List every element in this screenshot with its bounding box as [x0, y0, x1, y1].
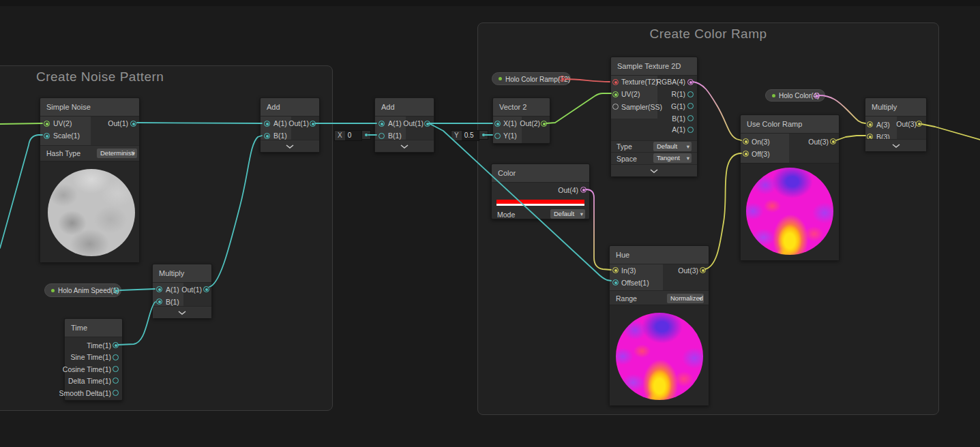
port-label: Cosine Time(1): [63, 365, 111, 373]
input-port-a[interactable]: [378, 121, 385, 127]
input-port-sampler[interactable]: [612, 104, 619, 110]
x-field-value[interactable]: 0: [345, 131, 361, 140]
node-title[interactable]: Vector 2: [493, 98, 550, 117]
type-dropdown[interactable]: Default ▾: [653, 142, 692, 151]
port-label: G(1): [671, 102, 685, 110]
dropdown-value: Default: [554, 210, 574, 217]
node-collapse-strip[interactable]: [375, 140, 434, 152]
port-label: UV(2): [53, 119, 72, 127]
node-collapse-strip[interactable]: [611, 164, 697, 176]
collapse-chevron-icon[interactable]: [400, 144, 409, 149]
output-port-out[interactable]: [130, 121, 136, 127]
property-holo-color-ramp[interactable]: Holo Color Ramp(T2): [492, 72, 571, 85]
range-dropdown[interactable]: Normalized ▾: [667, 294, 704, 303]
input-port-b[interactable]: [378, 133, 385, 139]
output-port-out[interactable]: [424, 121, 430, 127]
output-port-g[interactable]: [687, 103, 694, 109]
node-title[interactable]: Simple Noise: [40, 98, 139, 117]
node-hue[interactable]: Hue In(3) Offset(1) Out(3) Range Normali…: [609, 245, 709, 405]
property-output-port[interactable]: [559, 76, 565, 82]
node-title[interactable]: Add: [375, 98, 434, 117]
node-title[interactable]: Color: [492, 164, 589, 183]
collapse-chevron-icon[interactable]: [892, 144, 900, 148]
output-port-out[interactable]: [830, 138, 836, 144]
input-port-a[interactable]: [867, 121, 873, 127]
node-title[interactable]: Sample Texture 2D: [611, 57, 697, 76]
node-vector2[interactable]: Vector 2 X(1) Y(1) Out(2): [492, 97, 550, 144]
input-port-a[interactable]: [156, 286, 162, 292]
input-port-x[interactable]: [494, 121, 501, 127]
property-holo-anim-speed[interactable]: Holo Anim Speed(1): [44, 283, 121, 297]
input-port-on[interactable]: [743, 138, 749, 144]
mode-dropdown[interactable]: Default ▾: [550, 209, 585, 219]
node-simple-noise[interactable]: Simple Noise UV(2) Scale(1) Out(1) Hash …: [40, 97, 140, 262]
node-sample-texture-2d[interactable]: Sample Texture 2D Texture(T2) UV(2) Samp…: [610, 57, 698, 176]
x-field-port[interactable]: [361, 130, 371, 140]
output-port-delta-time[interactable]: [113, 377, 119, 384]
output-port-out[interactable]: [203, 286, 209, 292]
port-label: Out(3): [896, 120, 917, 128]
space-dropdown[interactable]: Tangent ▾: [653, 153, 692, 163]
node-collapse-strip[interactable]: [153, 306, 211, 318]
top-edge-strip: [0, 0, 980, 6]
node-use-color-ramp[interactable]: Use Color Ramp On(3) Off(3) Out(3): [740, 114, 840, 260]
input-port-texture[interactable]: [612, 79, 619, 85]
output-port-out[interactable]: [310, 121, 316, 127]
input-port-off[interactable]: [743, 151, 749, 157]
input-port-in[interactable]: [612, 267, 619, 273]
output-port-b[interactable]: [687, 115, 694, 121]
y-value-field[interactable]: Y 0.5: [451, 130, 479, 141]
output-port-out[interactable]: [580, 187, 586, 193]
collapse-chevron-icon[interactable]: [286, 144, 294, 149]
property-output-port[interactable]: [113, 288, 119, 294]
property-holo-color[interactable]: Holo Color(4): [765, 89, 825, 102]
output-port-a[interactable]: [687, 127, 694, 133]
output-port-out[interactable]: [916, 121, 922, 127]
input-port-b[interactable]: [264, 133, 270, 139]
node-title[interactable]: Hue: [610, 246, 709, 264]
node-title[interactable]: Multiply: [153, 264, 211, 283]
group-title[interactable]: Create Color Ramp: [478, 27, 938, 42]
node-title[interactable]: Use Color Ramp: [741, 115, 839, 134]
output-port-r[interactable]: [687, 91, 694, 97]
port-label: R(1): [672, 90, 685, 98]
preview-area: [610, 305, 709, 405]
input-port-a[interactable]: [264, 121, 270, 127]
input-port-uv[interactable]: [44, 121, 50, 127]
input-port-uv[interactable]: [612, 91, 619, 97]
node-title[interactable]: Time: [65, 319, 122, 337]
hash-type-dropdown[interactable]: Deterministi ▾: [97, 149, 137, 158]
node-color[interactable]: Color Out(4) Mode Default ▾: [491, 164, 590, 219]
output-port-smooth-delta[interactable]: [113, 390, 119, 396]
port-label: Time(1): [87, 341, 111, 350]
collapse-chevron-icon[interactable]: [650, 169, 658, 173]
node-collapse-strip[interactable]: [865, 139, 926, 151]
node-collapse-strip[interactable]: [261, 140, 319, 152]
y-field-port[interactable]: [479, 130, 488, 140]
y-field-value[interactable]: 0.5: [462, 131, 479, 140]
input-port-offset[interactable]: [612, 279, 619, 286]
node-add-1[interactable]: Add A(1) B(1) Out(1): [260, 97, 320, 153]
output-port-time[interactable]: [113, 342, 119, 348]
output-port-out[interactable]: [541, 121, 547, 127]
node-title[interactable]: Add: [261, 98, 319, 117]
shader-graph-canvas[interactable]: Create Noise Pattern Create Color Ramp S…: [0, 0, 980, 447]
group-title[interactable]: Create Noise Pattern: [36, 70, 164, 84]
collapse-chevron-icon[interactable]: [178, 311, 186, 315]
input-port-y[interactable]: [494, 133, 501, 139]
x-value-field[interactable]: X 0: [334, 130, 362, 141]
node-multiply-1[interactable]: Multiply A(1) B(1) Out(1): [152, 264, 212, 318]
input-port-b[interactable]: [156, 298, 162, 305]
node-add-2[interactable]: Add A(1) B(1) Out(1): [374, 97, 434, 153]
output-port-out[interactable]: [700, 267, 706, 273]
port-label: Out(3): [808, 138, 829, 146]
color-swatch[interactable]: [496, 200, 584, 206]
node-title[interactable]: Multiply: [865, 98, 926, 117]
node-multiply-2[interactable]: Multiply A(3) B(3) Out(3): [865, 97, 927, 151]
property-output-port[interactable]: [814, 93, 820, 99]
node-time[interactable]: Time Time(1) Sine Time(1) Cosine Time(1)…: [64, 318, 123, 401]
output-port-rgba[interactable]: [687, 79, 694, 85]
output-port-sine-time[interactable]: [113, 354, 119, 360]
output-port-cosine-time[interactable]: [113, 366, 119, 372]
input-port-scale[interactable]: [44, 133, 50, 139]
